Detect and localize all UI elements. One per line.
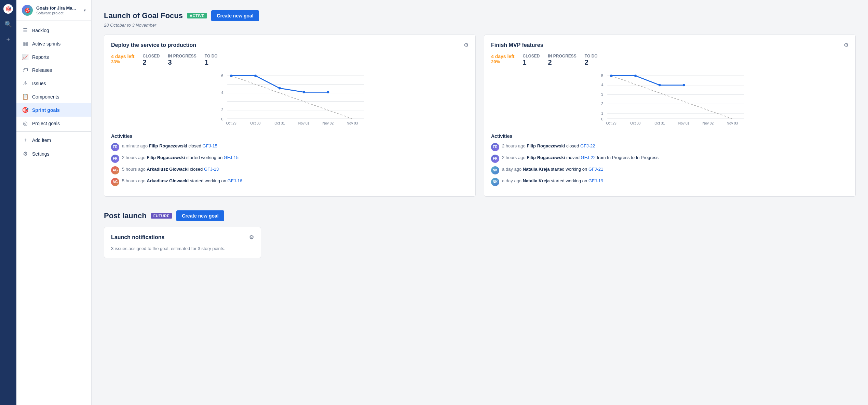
sidebar-item-settings[interactable]: ⚙ Settings	[16, 147, 91, 160]
create-goal-button-1[interactable]: Create new goal	[211, 10, 259, 21]
activity-avatar: AG	[111, 166, 119, 174]
rail-logo: 🎯	[3, 4, 13, 14]
svg-point-20	[303, 91, 305, 93]
card1-inprogress-label: IN PROGRESS	[168, 54, 196, 58]
search-icon[interactable]: 🔍	[4, 21, 12, 28]
card2-activities-title: Activities	[491, 133, 849, 139]
svg-point-18	[254, 75, 257, 77]
activity-time: 5 hours ago	[122, 167, 146, 172]
activity-item: AG 5 hours ago Arkadiusz Głowacki starte…	[111, 178, 469, 186]
create-goal-button-2[interactable]: Create new goal	[176, 210, 224, 221]
sidebar-item-components[interactable]: 📋 Components	[16, 90, 91, 103]
activity-item: FR a minute ago Filip Rogaczewski closed…	[111, 143, 469, 151]
activity-extra: from In Progress to In Progress	[597, 155, 659, 160]
card1-chart: 6 4 2 0 Oct 29 Oct 30 Oct 31 Nov 01 Nov …	[111, 72, 469, 127]
card2-todo-stat: TO DO 2	[585, 54, 598, 66]
activity-avatar: AG	[111, 178, 119, 186]
svg-text:Oct 31: Oct 31	[274, 121, 285, 125]
activity-user: Arkadiusz Głowacki started working on	[147, 178, 227, 183]
svg-text:4: 4	[601, 83, 603, 87]
activity-user: Filip Rogaczewski closed	[149, 143, 203, 148]
sidebar-item-issues[interactable]: ⚠ Issues	[16, 77, 91, 90]
sidebar-label-add-item: Add item	[32, 138, 51, 143]
card1-title: Deploy the service to production	[111, 42, 196, 48]
activity-text: 2 hours ago Filip Rogaczewski moved GFJ-…	[502, 155, 849, 161]
activity-time: 2 hours ago	[502, 143, 526, 148]
card1-settings-button[interactable]: ⚙	[464, 42, 469, 48]
project-name: Goals for Jira Ma...	[36, 5, 76, 11]
card1-todo-stat: TO DO 1	[205, 54, 218, 66]
activity-item: FR 2 hours ago Filip Rogaczewski started…	[111, 155, 469, 163]
settings-icon: ⚙	[22, 151, 29, 157]
activity-link[interactable]: GFJ-15	[203, 143, 217, 148]
activity-user: Natalia Kreja started working on	[523, 178, 588, 183]
sidebar-item-add-item[interactable]: ＋ Add item	[16, 133, 91, 147]
activity-link[interactable]: GFJ-13	[204, 167, 219, 172]
activity-text: 5 hours ago Arkadiusz Głowacki closed GF…	[122, 166, 469, 172]
svg-text:Nov 01: Nov 01	[678, 121, 690, 125]
sidebar-item-sprint-goals[interactable]: 🎯 Sprint goals	[16, 103, 91, 117]
activity-link[interactable]: GFJ-22	[581, 155, 596, 160]
create-icon[interactable]: ＋	[5, 35, 11, 43]
releases-icon: 🏷	[22, 67, 29, 73]
svg-text:6: 6	[221, 74, 223, 78]
activity-item: NK a day ago Natalia Kreja started worki…	[491, 166, 849, 174]
svg-text:2: 2	[601, 102, 603, 106]
card-mvp: Finish MVP features ⚙ 4 days left 20% CL…	[484, 35, 856, 197]
sidebar-header[interactable]: 🎯 Goals for Jira Ma... Software project …	[16, 0, 91, 21]
sidebar-item-backlog[interactable]: ☰ Backlog	[16, 24, 91, 37]
section1-title: Launch of Goal Focus	[104, 11, 183, 20]
sidebar-item-active-sprints[interactable]: ▦ Active sprints	[16, 37, 91, 50]
activity-user: Arkadiusz Głowacki closed	[147, 167, 204, 172]
activity-item: FR 2 hours ago Filip Rogaczewski closed …	[491, 143, 849, 151]
svg-point-43	[659, 84, 661, 86]
active-sprints-icon: ▦	[22, 40, 29, 47]
activity-avatar: FR	[111, 155, 119, 163]
activity-time: a minute ago	[122, 143, 148, 148]
project-goals-icon: ◎	[22, 120, 29, 127]
activity-avatar: FR	[491, 143, 499, 151]
card2-todo-label: TO DO	[585, 54, 598, 58]
activity-link[interactable]: GFJ-19	[588, 178, 603, 183]
svg-point-44	[683, 84, 685, 86]
svg-text:0: 0	[601, 117, 603, 121]
svg-point-21	[327, 91, 329, 93]
activity-user: Filip Rogaczewski started working on	[147, 155, 223, 160]
card2-chart: 5 4 3 2 1 0 Oct 29 Oct 30 Oct 31 Nov 01 …	[491, 72, 849, 127]
card1-chart-svg: 6 4 2 0 Oct 29 Oct 30 Oct 31 Nov 01 Nov …	[111, 72, 469, 127]
svg-line-16	[231, 76, 352, 119]
svg-text:Nov 03: Nov 03	[727, 121, 738, 125]
activity-link[interactable]: GFJ-21	[588, 167, 603, 172]
activity-user: Natalia Kreja started working on	[523, 167, 588, 172]
sidebar-label-reports: Reports	[32, 54, 49, 60]
activity-link[interactable]: GFJ-22	[580, 143, 595, 148]
post-launch-card-notifications: Launch notifications ⚙ 3 issues assigned…	[104, 227, 261, 258]
activity-text: a day ago Natalia Kreja started working …	[502, 178, 849, 184]
activity-link[interactable]: GFJ-16	[228, 178, 242, 183]
card1-closed-stat: CLOSED 2	[143, 54, 160, 66]
activity-link[interactable]: GFJ-15	[224, 155, 239, 160]
card2-days-left: 4 days left	[491, 54, 514, 59]
card1-inprogress-value: 3	[168, 58, 196, 66]
svg-text:1: 1	[601, 111, 603, 115]
sidebar-label-releases: Releases	[32, 67, 52, 73]
activity-time: 2 hours ago	[122, 155, 146, 160]
svg-point-19	[279, 87, 281, 90]
section-launch: Launch of Goal Focus ACTIVE Create new g…	[104, 10, 856, 197]
card2-inprogress-stat: IN PROGRESS 2	[548, 54, 577, 66]
add-icon: ＋	[22, 136, 29, 144]
svg-text:Nov 02: Nov 02	[323, 121, 334, 125]
svg-point-42	[634, 75, 637, 77]
sidebar-item-releases[interactable]: 🏷 Releases	[16, 64, 91, 77]
svg-text:Nov 02: Nov 02	[703, 121, 714, 125]
post-card-subtitle: 3 issues assigned to the goal, estimated…	[111, 246, 254, 251]
sidebar-label-backlog: Backlog	[32, 28, 49, 33]
sidebar-item-reports[interactable]: 📈 Reports	[16, 50, 91, 64]
post-card-header: Launch notifications ⚙	[111, 234, 254, 240]
sidebar-label-active-sprints: Active sprints	[32, 41, 60, 47]
card2-settings-button[interactable]: ⚙	[844, 42, 849, 48]
activity-item: FR 2 hours ago Filip Rogaczewski moved G…	[491, 155, 849, 163]
sidebar-item-project-goals[interactable]: ◎ Project goals	[16, 117, 91, 130]
post-card-settings-button[interactable]: ⚙	[249, 234, 254, 240]
card1-days-stat: 4 days left 33%	[111, 54, 134, 64]
